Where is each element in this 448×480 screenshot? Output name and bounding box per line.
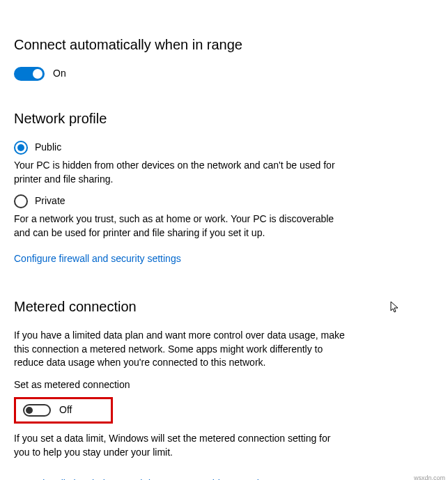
public-description: Your PC is hidden from other devices on … [14,159,348,186]
metered-toggle[interactable] [23,404,51,417]
radio-private-row: Private [14,194,434,208]
connect-auto-toggle[interactable] [14,67,45,81]
metered-sub-label: Set as metered connection [14,378,434,392]
connect-auto-toggle-label: On [53,67,66,81]
network-profile-title: Network profile [14,109,434,128]
metered-title: Metered connection [14,297,434,316]
radio-public-label: Public [35,141,61,155]
radio-public-row: Public [14,141,434,155]
data-limit-link[interactable]: Set a data limit to help control data us… [14,477,262,480]
radio-public[interactable] [14,141,28,155]
radio-private-label: Private [35,194,65,208]
firewall-link[interactable]: Configure firewall and security settings [14,252,181,266]
limit-description: If you set a data limit, Windows will se… [14,432,348,459]
metered-highlight: Off [14,397,113,424]
radio-private[interactable] [14,194,28,208]
watermark: wsxdn.com [414,474,445,480]
connect-auto-title: Connect automatically when in range [14,35,434,54]
metered-description: If you have a limited data plan and want… [14,329,348,370]
private-description: For a network you trust, such as at home… [14,212,348,240]
connect-auto-toggle-row: On [14,67,434,81]
metered-toggle-label: Off [59,403,72,417]
